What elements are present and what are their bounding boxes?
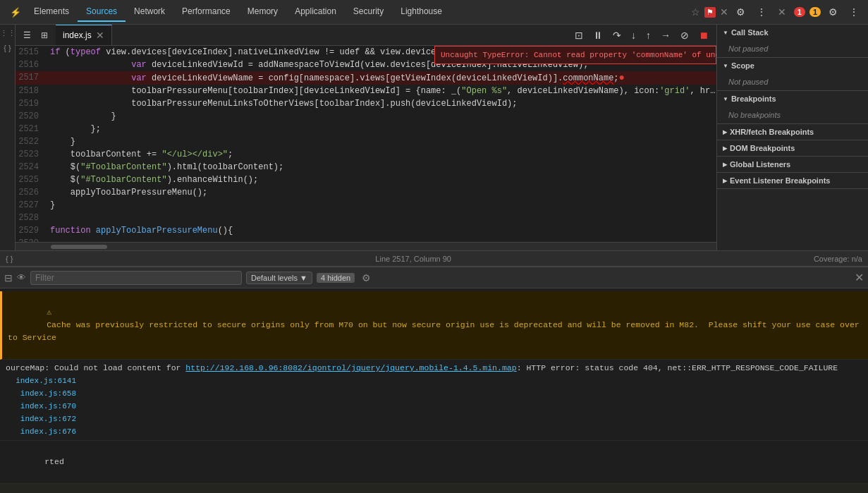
file-tab-actions: ☰ ⊞ bbox=[16, 28, 56, 42]
tab-lighthouse[interactable]: Lighthouse bbox=[392, 2, 451, 22]
source-format-icon[interactable]: { } bbox=[4, 44, 11, 52]
file-ref[interactable]: index.js:6141 bbox=[16, 375, 76, 387]
console-filter-input[interactable] bbox=[30, 271, 242, 285]
tab-elements[interactable]: Elements bbox=[25, 2, 78, 22]
file-ref[interactable]: index.js:658 bbox=[20, 387, 76, 400]
call-stack-section: ▼ Call Stack Not paused bbox=[717, 25, 868, 58]
step-out-button[interactable]: ↑ bbox=[642, 28, 654, 43]
link-jquery-map[interactable]: http://192.168.0.96:8082/iqontrol/jquery… bbox=[185, 363, 516, 372]
file-tabbar: ☰ ⊞ index.js ✕ ⊡ ⏸ ↷ ↓ ↑ → ⊘ ⏹ bbox=[16, 25, 716, 46]
file-ref[interactable]: index.js:676 bbox=[20, 425, 76, 438]
code-line: 2525 $("#ToolbarContent").enhanceWithin(… bbox=[16, 174, 716, 186]
file-ref[interactable]: index.js:672 bbox=[20, 413, 76, 425]
close-circle-icon[interactable]: ✕ bbox=[720, 6, 728, 18]
console-message-sourcemap-1: ourceMap: Could not load content for htt… bbox=[0, 360, 868, 441]
pause-button[interactable]: ⏸ bbox=[589, 28, 606, 43]
code-editor: Uncaught TypeError: Cannot read property… bbox=[16, 46, 716, 242]
dom-breakpoints-header[interactable]: ▶ DOM Breakpoints bbox=[717, 140, 868, 156]
flag-icon[interactable]: ⚑ bbox=[704, 7, 716, 18]
deactivate-breakpoints-button[interactable]: ⊘ bbox=[677, 28, 692, 43]
step-button[interactable]: → bbox=[657, 28, 674, 43]
tab-memory[interactable]: Memory bbox=[239, 2, 286, 22]
status-bar: { } Line 2517, Column 90 Coverage: n/a bbox=[0, 250, 868, 266]
triangle-icon-bp: ▼ bbox=[723, 96, 728, 102]
code-line: 2524 $("#ToolbarContent").html(toolbarCo… bbox=[16, 161, 716, 174]
tab-performance[interactable]: Performance bbox=[173, 2, 239, 22]
console-message-warning: ⚠ Cache was previously restricted to sec… bbox=[0, 291, 868, 360]
code-line: 2519 toolbarPressureMenuLinksToOtherView… bbox=[16, 97, 716, 110]
xhr-breakpoints-label: XHR/fetch Breakpoints bbox=[730, 128, 814, 136]
breakpoints-header[interactable]: ▼ Breakpoints bbox=[717, 91, 868, 106]
horizontal-scrollbar[interactable] bbox=[16, 242, 716, 250]
three-dots-button[interactable]: ⋮ bbox=[845, 4, 862, 20]
format-icon[interactable]: { } bbox=[6, 255, 13, 263]
call-stack-header[interactable]: ▼ Call Stack bbox=[717, 25, 868, 40]
triangle-icon-scope: ▼ bbox=[723, 63, 728, 69]
file-tab-label: index.js bbox=[63, 30, 92, 40]
event-listener-breakpoints-section: ▶ Event Listener Breakpoints bbox=[717, 173, 868, 189]
toggle-sidebar-icon[interactable]: ⋮⋮ bbox=[0, 29, 16, 38]
scope-header[interactable]: ▼ Scope bbox=[717, 58, 868, 73]
code-line: 2523 toolbarContent += "</ul></div>"; bbox=[16, 148, 716, 161]
triangle-icon-el: ▶ bbox=[723, 178, 727, 184]
sources-expand-icon[interactable]: ⊞ bbox=[37, 28, 51, 42]
dom-breakpoints-section: ▶ DOM Breakpoints bbox=[717, 140, 868, 157]
tab-sources[interactable]: Sources bbox=[78, 2, 126, 22]
file-tab-close[interactable]: ✕ bbox=[96, 30, 104, 41]
triangle-icon-gl: ▶ bbox=[723, 162, 727, 168]
cursor-position: Line 2517, Column 90 bbox=[375, 255, 451, 263]
global-listeners-header[interactable]: ▶ Global Listeners bbox=[717, 157, 868, 172]
event-listener-header[interactable]: ▶ Event Listener Breakpoints bbox=[717, 173, 868, 188]
call-stack-content: Not paused bbox=[717, 40, 868, 57]
code-line: 2528 bbox=[16, 212, 716, 224]
console-content: ⚠ Cache was previously restricted to sec… bbox=[0, 288, 868, 493]
code-line: 2518 toolbarPressureMenu[toolbarIndex][d… bbox=[16, 85, 716, 97]
console-toolbar: ⊟ 👁 Default levels ▼ 4 hidden ⚙ ✕ bbox=[0, 267, 868, 288]
toolbar-icons: ☆ ⚑ ✕ ⚙ ⋮ ✕ 1 1 ⚙ ⋮ bbox=[691, 4, 862, 20]
code-line-error: 2517 var deviceLinkedViewName = config[n… bbox=[16, 71, 716, 85]
event-listener-label: Event Listener Breakpoints bbox=[730, 176, 830, 185]
scrollbar-thumb[interactable] bbox=[51, 245, 107, 249]
main-area: ⋮⋮ { } ☰ ⊞ index.js ✕ ⊡ ⏸ ↷ ↓ bbox=[0, 25, 868, 250]
coverage-status: Coverage: n/a bbox=[814, 255, 862, 263]
error-count-badge: 1 bbox=[794, 7, 805, 17]
call-stack-label: Call Stack bbox=[731, 28, 769, 37]
console-panel: ⊟ 👁 Default levels ▼ 4 hidden ⚙ ✕ ⚠ Cach… bbox=[0, 266, 868, 493]
close-devtools-button[interactable]: ✕ bbox=[774, 4, 790, 20]
tab-network[interactable]: Network bbox=[126, 2, 173, 22]
file-ref[interactable]: index.js:670 bbox=[20, 400, 76, 413]
debugger-panel: ▼ Call Stack Not paused ▼ Scope Not paus… bbox=[716, 25, 868, 250]
debug-panel-scrollbar[interactable] bbox=[862, 25, 868, 250]
xhr-breakpoints-section: ▶ XHR/fetch Breakpoints bbox=[717, 124, 868, 140]
star-icon[interactable]: ☆ bbox=[691, 6, 700, 18]
tab-application[interactable]: Application bbox=[286, 2, 345, 22]
breakpoints-label: Breakpoints bbox=[731, 95, 776, 103]
triangle-icon-xhr: ▶ bbox=[723, 129, 727, 135]
triangle-icon-dom: ▶ bbox=[723, 145, 727, 152]
code-line: 2530 bbox=[16, 237, 716, 242]
editor-toolbar-right: ⊡ ⏸ ↷ ↓ ↑ → ⊘ ⏹ bbox=[571, 28, 716, 43]
expand-source-button[interactable]: ⊡ bbox=[571, 28, 587, 43]
xhr-breakpoints-header[interactable]: ▶ XHR/fetch Breakpoints bbox=[717, 124, 868, 140]
tab-bar: ⚡ Elements Sources Network Performance M… bbox=[6, 2, 691, 22]
code-line: 2520 } bbox=[16, 110, 716, 123]
gear-button[interactable]: ⚙ bbox=[825, 4, 841, 20]
step-over-button[interactable]: ↷ bbox=[609, 28, 625, 43]
console-toggle-button[interactable]: ⊟ bbox=[4, 272, 13, 284]
tab-security[interactable]: Security bbox=[345, 2, 392, 22]
eye-icon[interactable]: 👁 bbox=[17, 272, 26, 283]
scope-content: Not paused bbox=[717, 73, 868, 90]
code-line: 2526 applyToolbarPressureMenu(); bbox=[16, 186, 716, 199]
sources-nav-icon[interactable]: ☰ bbox=[20, 28, 35, 42]
settings-button[interactable]: ⚙ bbox=[733, 4, 749, 20]
step-into-button[interactable]: ↓ bbox=[628, 28, 640, 43]
more-button[interactable]: ⋮ bbox=[753, 4, 770, 20]
elements-icon[interactable]: ⚡ bbox=[6, 7, 25, 18]
console-levels-dropdown[interactable]: Default levels ▼ bbox=[246, 272, 312, 284]
console-settings-icon[interactable]: ⚙ bbox=[362, 272, 371, 284]
left-sidebar-icons: ⋮⋮ { } bbox=[0, 25, 16, 250]
file-tab-index-js[interactable]: index.js ✕ bbox=[56, 25, 112, 45]
console-message-rted: rted bbox=[0, 441, 868, 484]
dom-breakpoints-label: DOM Breakpoints bbox=[730, 144, 795, 152]
stop-recording-button[interactable]: ⏹ bbox=[695, 28, 712, 43]
